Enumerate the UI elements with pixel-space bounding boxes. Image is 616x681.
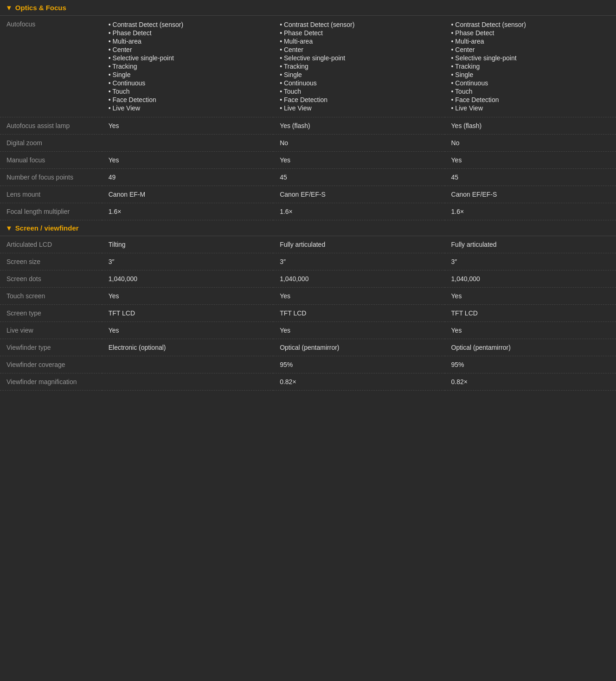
row-value-focus-points-col1: 45 xyxy=(273,169,444,186)
collapse-arrow[interactable]: ▼ xyxy=(6,4,13,12)
row-focal-multiplier: Focal length multiplier1.6×1.6×1.6× xyxy=(0,203,616,220)
af-list-item: Selective single-point xyxy=(451,54,610,62)
af-list-item: Tracking xyxy=(280,62,438,71)
row-value-touch-screen-col2: Yes xyxy=(445,288,616,305)
af-list-item: Face Detection xyxy=(280,96,438,104)
row-value-focus-points-col0: 49 xyxy=(102,169,273,186)
row-label-articulated-lcd: Articulated LCD xyxy=(0,236,102,253)
af-list-item: Single xyxy=(109,71,267,79)
af-list-item: Phase Detect xyxy=(451,29,610,37)
row-value-manual-focus-col1: Yes xyxy=(273,152,444,169)
row-value-viewfinder-type-col0: Electronic (optional) xyxy=(102,339,273,356)
row-label-digital-zoom: Digital zoom xyxy=(0,135,102,152)
row-label-viewfinder-magnification: Viewfinder magnification xyxy=(0,373,102,391)
row-af-assist-lamp: Autofocus assist lampYesYes (flash)Yes (… xyxy=(0,117,616,135)
af-list-item: Live View xyxy=(451,104,610,112)
af-list-item: Continuous xyxy=(109,79,267,87)
af-list-item: Live View xyxy=(280,104,438,112)
row-lens-mount: Lens mountCanon EF-MCanon EF/EF-SCanon E… xyxy=(0,186,616,203)
row-viewfinder-magnification: Viewfinder magnification0.82×0.82× xyxy=(0,373,616,391)
row-value-articulated-lcd-col2: Fully articulated xyxy=(445,236,616,253)
row-value-screen-dots-col2: 1,040,000 xyxy=(445,270,616,288)
af-list-item: Live View xyxy=(109,104,267,112)
row-value-screen-type-col0: TFT LCD xyxy=(102,305,273,322)
af-list-item: Contrast Detect (sensor) xyxy=(109,20,267,29)
row-value-live-view-col1: Yes xyxy=(273,322,444,339)
row-value-screen-size-col0: 3″ xyxy=(102,253,273,270)
row-label-viewfinder-type: Viewfinder type xyxy=(0,339,102,356)
af-list-item: Multi-area xyxy=(451,37,610,45)
row-value-af-assist-lamp-col0: Yes xyxy=(102,117,273,135)
row-label-af-assist-lamp: Autofocus assist lamp xyxy=(0,117,102,135)
af-list-item: Touch xyxy=(109,87,267,96)
section-title-optics-focus: ▼Optics & Focus xyxy=(0,0,616,16)
row-label-autofocus: Autofocus xyxy=(0,16,102,117)
af-list-item: Selective single-point xyxy=(280,54,438,62)
row-value-viewfinder-magnification-col2: 0.82× xyxy=(445,373,616,391)
row-label-viewfinder-coverage: Viewfinder coverage xyxy=(0,356,102,373)
row-viewfinder-type: Viewfinder typeElectronic (optional)Opti… xyxy=(0,339,616,356)
collapse-arrow[interactable]: ▼ xyxy=(6,224,13,232)
comparison-table: ▼Optics & FocusAutofocusContrast Detect … xyxy=(0,0,616,391)
row-value-lens-mount-col2: Canon EF/EF-S xyxy=(445,186,616,203)
af-list-item: Contrast Detect (sensor) xyxy=(451,20,610,29)
row-touch-screen: Touch screenYesYesYes xyxy=(0,288,616,305)
row-screen-type: Screen typeTFT LCDTFT LCDTFT LCD xyxy=(0,305,616,322)
row-value-manual-focus-col0: Yes xyxy=(102,152,273,169)
row-label-focus-points: Number of focus points xyxy=(0,169,102,186)
row-value-live-view-col0: Yes xyxy=(102,322,273,339)
row-value-viewfinder-coverage-col0 xyxy=(102,356,273,373)
row-value-lens-mount-col1: Canon EF/EF-S xyxy=(273,186,444,203)
af-list-item: Face Detection xyxy=(451,96,610,104)
af-list-item: Tracking xyxy=(451,62,610,71)
af-list-item: Face Detection xyxy=(109,96,267,104)
row-label-manual-focus: Manual focus xyxy=(0,152,102,169)
row-value-viewfinder-type-col1: Optical (pentamirror) xyxy=(273,339,444,356)
row-screen-dots: Screen dots1,040,0001,040,0001,040,000 xyxy=(0,270,616,288)
row-value-screen-type-col2: TFT LCD xyxy=(445,305,616,322)
row-value-autofocus-col2: Contrast Detect (sensor)Phase DetectMult… xyxy=(445,16,616,117)
section-header-screen-viewfinder: ▼Screen / viewfinder xyxy=(0,220,616,236)
row-live-view: Live viewYesYesYes xyxy=(0,322,616,339)
row-value-articulated-lcd-col1: Fully articulated xyxy=(273,236,444,253)
row-autofocus: AutofocusContrast Detect (sensor)Phase D… xyxy=(0,16,616,117)
row-value-viewfinder-magnification-col1: 0.82× xyxy=(273,373,444,391)
row-value-af-assist-lamp-col1: Yes (flash) xyxy=(273,117,444,135)
row-value-articulated-lcd-col0: Tilting xyxy=(102,236,273,253)
row-value-manual-focus-col2: Yes xyxy=(445,152,616,169)
row-value-touch-screen-col1: Yes xyxy=(273,288,444,305)
af-list-item: Tracking xyxy=(109,62,267,71)
af-list-item: Single xyxy=(280,71,438,79)
af-list-item: Contrast Detect (sensor) xyxy=(280,20,438,29)
row-value-focal-multiplier-col1: 1.6× xyxy=(273,203,444,220)
af-list-item: Center xyxy=(109,45,267,54)
row-value-autofocus-col1: Contrast Detect (sensor)Phase DetectMult… xyxy=(273,16,444,117)
row-value-screen-type-col1: TFT LCD xyxy=(273,305,444,322)
row-value-screen-dots-col1: 1,040,000 xyxy=(273,270,444,288)
row-value-viewfinder-coverage-col1: 95% xyxy=(273,356,444,373)
af-list-item: Center xyxy=(451,45,610,54)
row-value-focal-multiplier-col2: 1.6× xyxy=(445,203,616,220)
af-list-item: Multi-area xyxy=(280,37,438,45)
row-value-focal-multiplier-col0: 1.6× xyxy=(102,203,273,220)
row-manual-focus: Manual focusYesYesYes xyxy=(0,152,616,169)
row-value-digital-zoom-col1: No xyxy=(273,135,444,152)
af-list-item: Continuous xyxy=(280,79,438,87)
row-label-touch-screen: Touch screen xyxy=(0,288,102,305)
row-articulated-lcd: Articulated LCDTiltingFully articulatedF… xyxy=(0,236,616,253)
af-list-item: Touch xyxy=(280,87,438,96)
row-value-viewfinder-magnification-col0 xyxy=(102,373,273,391)
row-label-live-view: Live view xyxy=(0,322,102,339)
row-value-live-view-col2: Yes xyxy=(445,322,616,339)
row-value-viewfinder-type-col2: Optical (pentamirror) xyxy=(445,339,616,356)
row-value-autofocus-col0: Contrast Detect (sensor)Phase DetectMult… xyxy=(102,16,273,117)
row-label-focal-multiplier: Focal length multiplier xyxy=(0,203,102,220)
row-digital-zoom: Digital zoomNoNo xyxy=(0,135,616,152)
af-list-item: Phase Detect xyxy=(109,29,267,37)
row-value-focus-points-col2: 45 xyxy=(445,169,616,186)
row-screen-size: Screen size3″3″3″ xyxy=(0,253,616,270)
row-label-screen-size: Screen size xyxy=(0,253,102,270)
row-label-lens-mount: Lens mount xyxy=(0,186,102,203)
row-value-screen-dots-col0: 1,040,000 xyxy=(102,270,273,288)
af-list-item: Center xyxy=(280,45,438,54)
